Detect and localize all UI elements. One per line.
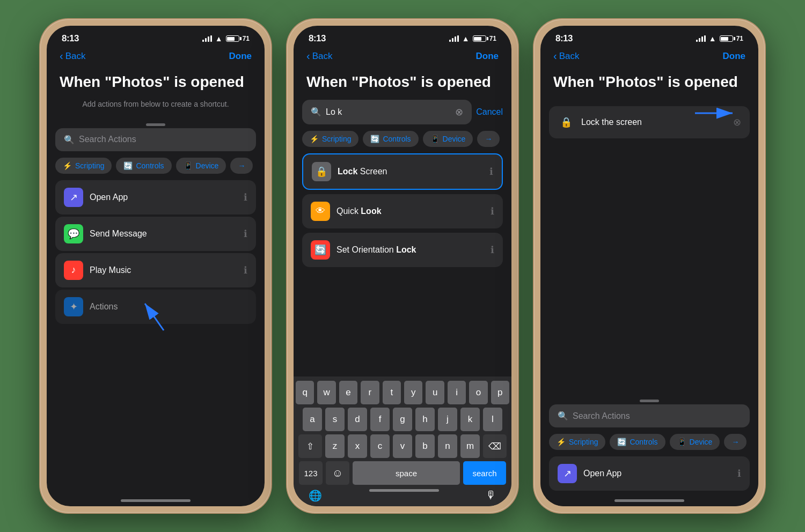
key-search[interactable]: search	[463, 461, 506, 485]
chip-more-1[interactable]: →	[230, 158, 253, 174]
search-bar-1[interactable]: 🔍 Search Actions	[55, 128, 256, 151]
action-name-music-1: Play Music	[90, 265, 237, 275]
keyboard-row-2-2: a s d f g h j k l	[296, 408, 509, 431]
lock-action-item-3[interactable]: 🔒 Lock the screen ⊗	[549, 106, 750, 138]
signal-bar-2-4	[457, 35, 459, 42]
key-x[interactable]: x	[348, 434, 367, 458]
chip-device-3[interactable]: 📱 Device	[670, 434, 720, 450]
key-delete[interactable]: ⌫	[483, 434, 507, 458]
key-n[interactable]: n	[438, 434, 457, 458]
key-g[interactable]: g	[393, 408, 412, 431]
key-space[interactable]: space	[353, 461, 460, 485]
chip-controls-2[interactable]: 🔄 Controls	[363, 131, 418, 147]
nav-done-2[interactable]: Done	[476, 51, 499, 62]
chip-label-device-3: Device	[690, 438, 713, 446]
key-k[interactable]: k	[460, 408, 480, 431]
chip-device-2[interactable]: 📱 Device	[423, 131, 473, 147]
nav-done-1[interactable]: Done	[229, 51, 252, 62]
key-shift[interactable]: ⇧	[298, 434, 322, 458]
chip-device-1[interactable]: 📱 Device	[176, 158, 226, 174]
key-m[interactable]: m	[460, 434, 480, 458]
action-item-openapp-3[interactable]: ↗ Open App ℹ	[549, 456, 750, 491]
battery-text-2: 71	[489, 35, 496, 42]
key-j[interactable]: j	[438, 408, 457, 431]
key-d[interactable]: d	[348, 408, 367, 431]
action-item-music-1[interactable]: ♪ Play Music ℹ	[55, 253, 256, 287]
action-info-orientation-2[interactable]: ℹ	[491, 244, 494, 256]
search-bar-3[interactable]: 🔍 Search Actions	[549, 404, 750, 427]
key-l[interactable]: l	[483, 408, 502, 431]
globe-icon-2[interactable]: 🌐	[309, 489, 322, 502]
nav-back-1[interactable]: ‹ Back	[60, 50, 85, 62]
key-emoji[interactable]: ☺	[326, 461, 349, 485]
key-z[interactable]: z	[325, 434, 345, 458]
mic-icon-2[interactable]: 🎙	[486, 489, 496, 502]
action-name-openapp-1: Open App	[90, 193, 237, 202]
phone-3-frame: 8:13 ▲ 71	[534, 19, 765, 513]
keyboard-2[interactable]: q w e r t y u i o p a s	[294, 376, 511, 506]
action-info-lock-2[interactable]: ℹ	[489, 166, 493, 178]
page-title-3: When "Photos" is opened	[540, 69, 758, 100]
wifi-icon-2: ▲	[462, 34, 470, 43]
key-u[interactable]: u	[426, 381, 444, 404]
back-label-2[interactable]: Back	[312, 51, 333, 62]
nav-back-3[interactable]: ‹ Back	[553, 50, 579, 62]
search-input-container-2[interactable]: 🔍 Lo k ⊗	[302, 100, 472, 124]
action-item-actions-1[interactable]: ✦ Actions	[55, 290, 256, 324]
key-h[interactable]: h	[415, 408, 435, 431]
action-item-lockscreen-2[interactable]: 🔒 Lock Screen ℹ	[302, 153, 503, 190]
chip-controls-1[interactable]: 🔄 Controls	[116, 158, 171, 174]
nav-back-2[interactable]: ‹ Back	[306, 50, 332, 62]
back-label-1[interactable]: Back	[65, 51, 86, 62]
cancel-button-2[interactable]: Cancel	[476, 107, 503, 117]
signal-bar-4	[210, 35, 212, 42]
chip-scripting-1[interactable]: ⚡ Scripting	[55, 158, 112, 174]
status-time-1: 8:13	[62, 33, 79, 44]
spacer-2	[294, 268, 511, 376]
key-y[interactable]: y	[404, 381, 422, 404]
signal-bar-3-1	[696, 40, 698, 42]
chip-scripting-3[interactable]: ⚡ Scripting	[549, 434, 605, 450]
device-icon-3: 📱	[677, 438, 686, 446]
key-numeric[interactable]: 123	[299, 461, 323, 485]
action-info-openapp-3[interactable]: ℹ	[737, 468, 741, 479]
key-f[interactable]: f	[370, 408, 390, 431]
search-bar-active-2[interactable]: 🔍 Lo k ⊗ Cancel	[302, 100, 503, 124]
chip-label-device-1: Device	[196, 161, 219, 170]
chip-label-device-2: Device	[443, 135, 466, 143]
nav-done-3[interactable]: Done	[723, 51, 746, 62]
key-e[interactable]: e	[339, 381, 357, 404]
action-item-quicklook-2[interactable]: 👁 Quick Look ℹ	[302, 194, 503, 228]
back-label-3[interactable]: Back	[559, 51, 580, 62]
action-info-music-1[interactable]: ℹ	[244, 264, 247, 276]
action-info-quicklook-2[interactable]: ℹ	[491, 205, 494, 217]
action-info-openapp-1[interactable]: ℹ	[244, 191, 247, 203]
key-r[interactable]: r	[361, 381, 379, 404]
key-v[interactable]: v	[393, 434, 412, 458]
key-c[interactable]: c	[370, 434, 390, 458]
chip-controls-3[interactable]: 🔄 Controls	[610, 434, 665, 450]
key-b[interactable]: b	[415, 434, 435, 458]
nav-bar-3: ‹ Back Done	[540, 48, 758, 69]
key-i[interactable]: i	[448, 381, 466, 404]
key-p[interactable]: p	[491, 381, 509, 404]
action-info-message-1[interactable]: ℹ	[244, 228, 247, 240]
action-item-message-1[interactable]: 💬 Send Message ℹ	[55, 217, 256, 251]
status-time-3: 8:13	[555, 33, 573, 44]
key-a[interactable]: a	[303, 408, 322, 431]
chip-more-2[interactable]: →	[477, 131, 500, 147]
search-query-2[interactable]: Lo k	[326, 107, 342, 117]
signal-bar-2-2	[452, 38, 453, 42]
action-item-openapp-1[interactable]: ↗ Open App ℹ	[55, 180, 256, 215]
chip-more-3[interactable]: →	[724, 434, 747, 450]
key-t[interactable]: t	[383, 381, 401, 404]
key-o[interactable]: o	[469, 381, 487, 404]
lock-action-close-3[interactable]: ⊗	[733, 116, 741, 128]
key-w[interactable]: w	[317, 381, 335, 404]
key-q[interactable]: q	[296, 381, 314, 404]
key-s[interactable]: s	[325, 408, 345, 431]
clear-icon-2[interactable]: ⊗	[455, 106, 463, 118]
action-item-orientation-2[interactable]: 🔄 Set Orientation Lock ℹ	[302, 233, 503, 267]
action-name-quicklook-2: Quick Look	[336, 206, 484, 216]
chip-scripting-2[interactable]: ⚡ Scripting	[302, 131, 358, 147]
